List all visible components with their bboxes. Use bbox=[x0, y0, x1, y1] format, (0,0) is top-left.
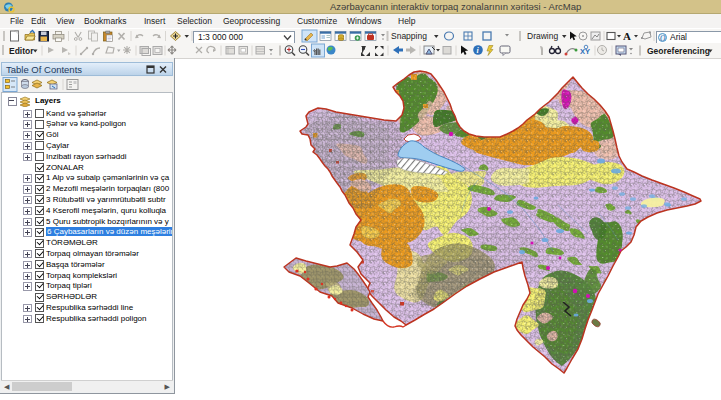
svg-text:A: A bbox=[623, 30, 631, 42]
svg-text:Editor: Editor bbox=[9, 46, 34, 56]
svg-text:O: O bbox=[660, 33, 666, 42]
svg-text:Drawing: Drawing bbox=[527, 31, 558, 41]
svg-text:Georeferencing: Georeferencing bbox=[647, 46, 710, 56]
svg-text:Snapping: Snapping bbox=[391, 31, 427, 41]
